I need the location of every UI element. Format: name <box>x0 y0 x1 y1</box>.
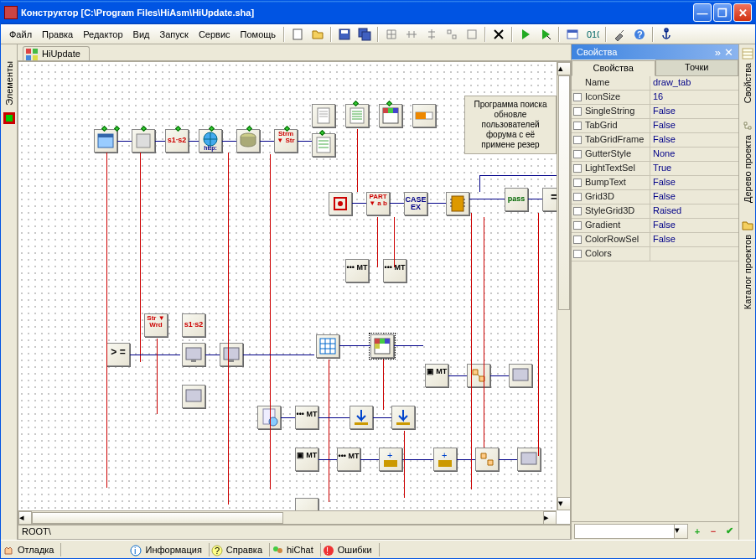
block-case[interactable]: CASE EX <box>404 192 427 215</box>
run-cursor-button[interactable] <box>536 25 555 44</box>
binary-button[interactable]: 0101 <box>583 25 602 44</box>
block-http[interactable]: http: <box>199 129 222 153</box>
block-list[interactable] <box>345 104 369 127</box>
prop-row-colors[interactable]: Colors <box>572 247 738 261</box>
block-mt3[interactable]: ••• MT <box>295 406 318 429</box>
properties-grid[interactable]: Namedraw_tabIconSize16SingleStringFalseT… <box>572 76 738 521</box>
remove-button[interactable]: − <box>707 525 720 538</box>
menu-view[interactable]: Вид <box>128 27 155 42</box>
block-plus1[interactable]: + <box>379 448 402 471</box>
confirm-button[interactable]: ✔ <box>722 525 736 538</box>
scrollbar-horizontal[interactable]: ◂ ▸ <box>18 510 557 524</box>
prop-row-gradient[interactable]: GradientFalse <box>572 219 738 233</box>
prop-row-name[interactable]: Namedraw_tab <box>572 76 738 91</box>
block-panel[interactable] <box>132 129 155 153</box>
block-pass[interactable]: pass <box>505 188 528 211</box>
prop-row-iconsize[interactable]: IconSize16 <box>572 91 738 105</box>
status-debug[interactable]: Отладка <box>1 543 61 556</box>
save-all-button[interactable] <box>355 25 374 44</box>
block-screen5[interactable] <box>517 448 541 471</box>
close-panel-icon[interactable]: ✕ <box>724 46 733 59</box>
block-strm-str[interactable]: Strm ▼ Str <box>274 129 298 153</box>
close-button[interactable]: ✕ <box>733 3 752 22</box>
prop-row-grid3d[interactable]: Grid3DFalse <box>572 190 738 204</box>
menu-help[interactable]: Помощь <box>236 27 282 42</box>
grid-button[interactable] <box>382 25 401 44</box>
run-button[interactable] <box>516 25 535 44</box>
block-form[interactable] <box>94 129 117 153</box>
anchor-button[interactable] <box>657 25 676 44</box>
block-gte[interactable]: > = <box>106 343 130 366</box>
rail-catalog[interactable]: Каталог проектов <box>739 216 755 323</box>
block-screen2[interactable] <box>220 343 243 366</box>
diagram-canvas[interactable]: Программа поиска обновле пользователей ф… <box>18 62 557 510</box>
status-help[interactable]: ? Справка <box>210 543 270 556</box>
status-errors[interactable]: ! Ошибки <box>321 543 380 556</box>
block-smt2[interactable]: ▣ MT <box>295 448 318 471</box>
block-mt1[interactable]: ••• MT <box>345 259 369 282</box>
block-grid-selected[interactable] <box>370 334 394 358</box>
block-page[interactable] <box>257 406 281 429</box>
block-down1[interactable] <box>350 406 373 429</box>
property-combo[interactable]: ▾ <box>574 524 688 539</box>
add-button[interactable]: + <box>691 525 704 538</box>
block-s1s2-a[interactable]: s1·s2 <box>165 129 189 153</box>
block-disk[interactable] <box>236 129 260 153</box>
block-screen4[interactable] <box>182 385 205 408</box>
prop-row-singlestring[interactable]: SingleStringFalse <box>572 105 738 119</box>
align-h-button[interactable] <box>402 25 421 44</box>
block-str-wrd[interactable]: Str ▼ Wrd <box>144 313 168 337</box>
rail-tree[interactable]: Дерево проекта <box>739 116 755 216</box>
new-button[interactable] <box>288 25 307 44</box>
left-rail[interactable]: Элементы <box>1 44 18 540</box>
minimize-button[interactable]: — <box>693 3 712 22</box>
block-table[interactable] <box>316 334 339 358</box>
prop-row-colorrowsel[interactable]: ColorRowSelFalse <box>572 233 738 247</box>
block-plus2[interactable]: + <box>433 448 457 471</box>
block-grid-color[interactable] <box>379 104 402 127</box>
status-chat[interactable]: hiChat <box>270 543 321 556</box>
block-screen1[interactable] <box>182 343 205 366</box>
prop-row-stylegrid3d[interactable]: StyleGrid3DRaised <box>572 204 738 219</box>
collapse-icon[interactable]: » <box>715 46 721 59</box>
block-conv2[interactable] <box>475 448 499 471</box>
tab-properties[interactable]: Свойства <box>572 60 655 76</box>
prop-row-bumptext[interactable]: BumpTextFalse <box>572 176 738 190</box>
rail-properties[interactable]: Свойства <box>739 44 755 116</box>
prop-row-tabgridframe[interactable]: TabGridFrameFalse <box>572 133 738 148</box>
prop-row-lighttextsel[interactable]: LightTextSelTrue <box>572 162 738 176</box>
block-rec[interactable] <box>329 192 352 215</box>
menu-editor[interactable]: Редактор <box>78 27 127 42</box>
save-button[interactable] <box>335 25 354 44</box>
menu-file[interactable]: Файл <box>4 27 37 42</box>
block-doc1[interactable] <box>312 104 335 127</box>
prop-row-tabgrid[interactable]: TabGridFalse <box>572 119 738 133</box>
block-mt4[interactable]: ••• MT <box>337 448 360 471</box>
layout2-button[interactable] <box>463 25 481 44</box>
dropdown-icon[interactable]: ▾ <box>674 525 687 538</box>
delete-button[interactable] <box>489 25 508 44</box>
layout-button[interactable] <box>443 25 461 44</box>
menu-edit[interactable]: Правка <box>37 27 78 42</box>
block-part[interactable]: PART ▼ a b <box>366 192 390 215</box>
block-progress[interactable] <box>412 104 436 127</box>
align-v-button[interactable] <box>422 25 441 44</box>
document-tab[interactable]: HiUpdate <box>23 46 90 60</box>
block-chip[interactable] <box>446 192 469 215</box>
block-down2[interactable] <box>391 406 415 429</box>
menu-service[interactable]: Сервис <box>194 27 236 42</box>
tools-button[interactable] <box>610 25 629 44</box>
block-mt2[interactable]: ••• MT <box>383 259 406 282</box>
scrollbar-vertical[interactable]: ▴ ▾ <box>557 62 570 510</box>
block-smt1[interactable]: ▣ MT <box>425 364 448 387</box>
help-button[interactable]: ? <box>630 25 649 44</box>
block-list2[interactable] <box>312 133 335 157</box>
block-screen3[interactable] <box>509 364 532 387</box>
form-button[interactable] <box>563 25 582 44</box>
open-button[interactable] <box>308 25 327 44</box>
tab-points[interactable]: Точки <box>655 60 739 75</box>
menu-run[interactable]: Запуск <box>154 27 193 42</box>
prop-row-gutterstyle[interactable]: GutterStyleNone <box>572 148 738 162</box>
status-info[interactable]: i Информация <box>128 543 209 556</box>
block-s1s2-b[interactable]: s1·s2 <box>182 313 205 337</box>
